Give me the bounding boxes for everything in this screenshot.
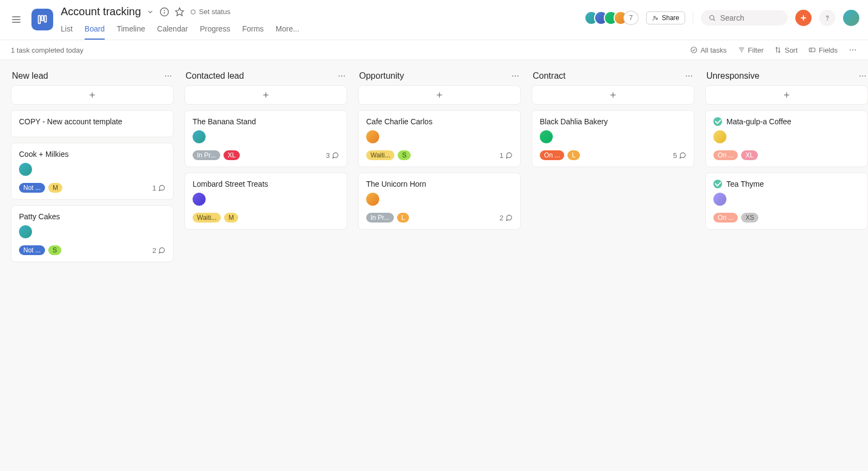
toolbar-status: 1 task completed today xyxy=(11,46,690,54)
task-card[interactable]: Lombard Street TreatsWaiti...M xyxy=(184,173,347,230)
assignee-avatar xyxy=(713,193,726,206)
tag-pill: M xyxy=(48,183,62,193)
card-title: The Unicorn Horn xyxy=(366,180,426,188)
search-box[interactable] xyxy=(701,10,788,26)
add-button[interactable] xyxy=(795,10,812,26)
comment-count: 1 xyxy=(152,184,165,192)
card-title: Black Dahlia Bakery xyxy=(540,117,608,126)
filter-label: Filter xyxy=(748,46,764,54)
card-title: Tea Thyme xyxy=(726,180,764,188)
set-status-button[interactable]: Set status xyxy=(190,8,231,16)
svg-point-34 xyxy=(344,75,345,77)
tag-pill: Waiti... xyxy=(193,213,221,223)
add-card-button[interactable] xyxy=(358,85,521,105)
svg-point-28 xyxy=(168,75,169,77)
svg-line-14 xyxy=(713,20,715,21)
tab-list[interactable]: List xyxy=(61,20,73,40)
svg-point-11 xyxy=(654,16,655,18)
view-tabs: ListBoardTimelineCalendarProgressFormsMo… xyxy=(61,20,584,40)
column-title: Unresponsive xyxy=(706,71,760,81)
tag-pill: S xyxy=(398,150,411,160)
card-title: Mata-gulp-a Coffee xyxy=(726,117,792,126)
svg-point-33 xyxy=(341,75,342,77)
header: Account tracking Set status ListBoardTim… xyxy=(0,0,868,40)
svg-point-43 xyxy=(688,75,690,77)
svg-point-37 xyxy=(512,75,513,77)
chevron-down-icon[interactable] xyxy=(146,8,154,16)
hamburger-button[interactable] xyxy=(9,12,24,27)
svg-rect-4 xyxy=(41,16,43,21)
tab-calendar[interactable]: Calendar xyxy=(157,20,188,40)
task-card[interactable]: The Unicorn HornIn Pr...L2 xyxy=(358,173,521,230)
add-card-button[interactable] xyxy=(184,85,347,105)
task-card[interactable]: COPY - New account template xyxy=(11,110,174,137)
assignee-avatar xyxy=(366,193,379,206)
column-more-button[interactable] xyxy=(511,72,520,80)
tab-progress[interactable]: Progress xyxy=(200,20,230,40)
column-more-button[interactable] xyxy=(685,72,693,80)
fields-label: Fields xyxy=(819,46,838,54)
tag-pill: Not ... xyxy=(19,245,45,255)
tag-pill: XL xyxy=(224,150,240,160)
add-card-button[interactable] xyxy=(11,85,174,105)
task-card[interactable]: Cafe Charlie CarlosWaiti...S1 xyxy=(358,110,521,167)
board: New leadCOPY - New account templateCook … xyxy=(0,60,868,471)
help-button[interactable] xyxy=(819,10,835,26)
tab-timeline[interactable]: Timeline xyxy=(117,20,145,40)
task-card[interactable]: Cook + MilkiesNot ...M1 xyxy=(11,143,174,200)
svg-point-10 xyxy=(191,10,195,14)
tab-board[interactable]: Board xyxy=(85,20,105,40)
task-card[interactable]: Patty CakesNot ...S2 xyxy=(11,205,174,262)
share-button[interactable]: Share xyxy=(646,11,685,24)
column-more-button[interactable] xyxy=(337,72,346,80)
svg-point-42 xyxy=(686,75,687,77)
task-card[interactable]: The Banana StandIn Pr...XL3 xyxy=(184,110,347,167)
card-footer: Waiti...S1 xyxy=(366,150,513,160)
task-card[interactable]: Black Dahlia BakeryOn ...L5 xyxy=(532,110,694,167)
filter-button[interactable]: Filter xyxy=(738,46,764,54)
search-icon xyxy=(709,14,716,22)
column-title: New lead xyxy=(12,71,48,81)
svg-point-26 xyxy=(855,49,856,50)
tab-more[interactable]: More... xyxy=(276,20,299,40)
sort-button[interactable]: Sort xyxy=(774,46,797,54)
add-card-button[interactable] xyxy=(532,85,694,105)
card-title: The Banana Stand xyxy=(193,117,256,126)
svg-point-44 xyxy=(691,75,692,77)
add-card-button[interactable] xyxy=(705,85,868,105)
column-more-button[interactable] xyxy=(858,72,867,80)
column-title: Opportunity xyxy=(359,71,404,81)
toolbar-more-button[interactable] xyxy=(848,46,857,54)
user-avatar[interactable] xyxy=(843,10,859,26)
svg-point-47 xyxy=(859,75,860,77)
project-icon xyxy=(31,9,53,30)
column-more-button[interactable] xyxy=(164,72,173,80)
info-icon[interactable] xyxy=(159,7,169,17)
comment-count: 3 xyxy=(326,151,339,160)
comment-count: 2 xyxy=(500,214,513,222)
card-footer: Not ...M1 xyxy=(19,183,165,193)
tab-forms[interactable]: Forms xyxy=(242,20,264,40)
task-card[interactable]: Mata-gulp-a CoffeeOn ...XL xyxy=(705,110,868,167)
star-icon[interactable] xyxy=(175,7,184,17)
toolbar: 1 task completed today All tasks Filter … xyxy=(0,40,868,60)
search-input[interactable] xyxy=(720,14,780,22)
svg-point-12 xyxy=(656,18,658,20)
comment-count: 2 xyxy=(152,246,165,255)
svg-point-32 xyxy=(339,75,340,77)
assignee-avatar xyxy=(193,130,206,143)
column: ContractBlack Dahlia BakeryOn ...L5 xyxy=(532,71,694,460)
assignee-avatar xyxy=(713,130,726,143)
tag-pill: Not ... xyxy=(19,183,45,193)
svg-point-8 xyxy=(164,10,164,10)
tag-pill: On ... xyxy=(713,213,738,223)
fields-button[interactable]: Fields xyxy=(808,46,838,54)
member-avatars[interactable]: 7 xyxy=(584,11,639,25)
svg-point-48 xyxy=(862,75,863,77)
set-status-label: Set status xyxy=(199,8,231,16)
card-footer: In Pr...L2 xyxy=(366,213,513,223)
task-card[interactable]: Tea ThymeOn ...XS xyxy=(705,173,868,230)
column: New leadCOPY - New account templateCook … xyxy=(11,71,174,460)
all-tasks-button[interactable]: All tasks xyxy=(690,46,726,54)
card-title: Cafe Charlie Carlos xyxy=(366,117,432,126)
